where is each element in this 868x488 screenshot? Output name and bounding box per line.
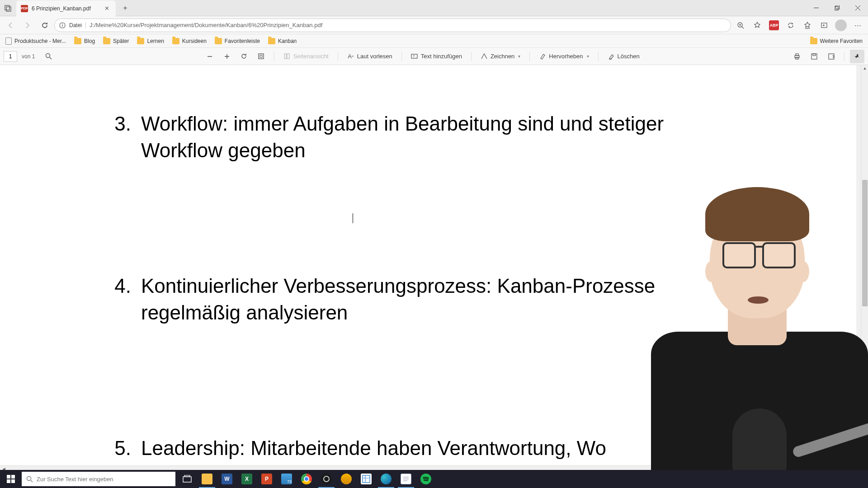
nav-refresh-button[interactable] [37,18,52,33]
search-placeholder: Zur Suche Text hier eingeben [37,476,113,483]
fit-page-button[interactable] [254,50,269,63]
tab-actions-icon[interactable] [0,0,16,16]
bookmark-item[interactable]: Produktsuche - Mer... [2,35,70,47]
save-button[interactable] [807,50,821,63]
highlight-button[interactable]: Hervorheben▾ [535,51,592,62]
page-number-input[interactable] [4,51,17,62]
svg-rect-32 [796,57,798,59]
bookmark-item[interactable]: Blog [71,35,99,47]
save-as-button[interactable] [824,50,839,63]
edge-icon[interactable] [376,470,396,488]
folder-icon [810,38,817,44]
new-tab-button[interactable]: + [118,1,132,15]
folder-icon [268,38,275,44]
list-item-4: 4. Kontinuierlicher Verbesserungsprozess… [108,272,748,326]
browser-tab[interactable]: PDF 6 Prinzipien_Kanban.pdf ✕ [16,0,116,17]
read-aloud-button[interactable]: A»Laut vorlesen [344,51,396,62]
obs-icon[interactable] [316,470,336,488]
bookmarks-bar: Produktsuche - Mer... Blog Später Lernen… [0,34,868,48]
folder-icon [172,38,179,44]
read-aloud-icon: A» [347,53,354,60]
url-text: J:/Meine%20Kurse/Projektmanagement/Dokum… [90,22,726,28]
window-close-button[interactable] [847,0,868,16]
rotate-button[interactable] [237,50,251,63]
erase-button[interactable]: Löschen [604,51,643,62]
bookmark-item[interactable]: Lernen [133,35,167,47]
powerpoint-icon[interactable]: P [257,470,277,488]
zoom-indicator-icon[interactable] [733,18,748,33]
bookmark-item[interactable]: Favoritenleiste [211,35,264,47]
weather-icon[interactable]: 73 [277,470,297,488]
svg-rect-0 [5,5,9,10]
scrollbar-thumb[interactable] [862,180,868,306]
tab-close-button[interactable]: ✕ [103,4,111,13]
bookmark-label: Produktsuche - Mer... [14,38,66,44]
profile-avatar[interactable] [833,18,849,33]
bookmarks-overflow-button[interactable]: Weitere Favoriten [807,35,866,47]
taskbar-search[interactable]: Zur Suche Text hier eingeben [22,472,175,486]
svg-text:T: T [413,54,415,58]
window-minimize-button[interactable] [806,0,826,16]
svg-point-18 [46,54,50,58]
spotify-icon[interactable] [416,470,436,488]
read-aloud-label: Laut vorlesen [357,53,392,60]
draw-button[interactable]: Zeichnen▾ [477,51,524,62]
app-icon-2[interactable] [356,470,376,488]
word-icon[interactable]: W [217,470,237,488]
favorites-button[interactable] [800,18,815,33]
file-explorer-icon[interactable] [197,470,217,488]
svg-rect-33 [811,54,817,59]
draw-icon [481,53,488,60]
svg-rect-40 [363,475,370,483]
excel-icon[interactable]: X [237,470,257,488]
bookmark-item[interactable]: Kanban [264,35,300,47]
nav-forward-button[interactable] [20,18,35,33]
svg-point-9 [62,23,63,24]
scroll-up-arrow[interactable]: ▲ [861,65,868,71]
page-view-icon [283,53,291,60]
add-text-button[interactable]: TText hinzufügen [407,51,466,62]
list-item-3: 3. Workflow: immer Aufgaben in Bearbeitu… [108,110,748,164]
zoom-out-button[interactable] [203,50,217,63]
svg-rect-24 [260,55,262,57]
url-field[interactable]: Datei J:/Meine%20Kurse/Projektmanagement… [54,19,731,32]
window-maximize-button[interactable] [826,0,847,16]
folder-icon [74,38,81,44]
scroll-down-arrow[interactable]: ▼ [861,459,868,465]
chrome-icon[interactable] [297,470,316,488]
folder-icon [137,38,144,44]
vertical-scrollbar[interactable]: ▲ ▼ [861,65,868,465]
print-button[interactable] [790,50,804,63]
svg-rect-38 [183,477,191,482]
highlight-label: Hervorheben [549,53,583,60]
more-menu-button[interactable]: ⋯ [850,18,865,33]
bookmark-item[interactable]: Später [99,35,132,47]
find-button[interactable] [41,50,56,63]
bookmark-label: Kanban [278,38,297,44]
text-cursor [353,213,353,223]
start-button[interactable] [0,470,22,488]
favorites-star-icon[interactable] [750,18,765,33]
app-icon-1[interactable] [336,470,356,488]
svg-rect-4 [835,5,839,9]
bookmark-label: Kursideen [182,38,207,44]
zoom-in-button[interactable] [220,50,234,63]
pdf-page[interactable]: 3. Workflow: immer Aufgaben in Bearbeitu… [0,65,856,472]
svg-rect-23 [259,54,264,59]
bookmark-label: Lernen [147,38,164,44]
page-view-button[interactable]: Seitenansicht [280,51,332,62]
page-icon [5,38,12,45]
list-number: 5. [108,435,131,461]
windows-taskbar: Zur Suche Text hier eingeben W X P 73 [0,470,868,488]
sync-icon[interactable] [783,18,798,33]
add-text-icon: T [411,53,418,60]
add-text-label: Text hinzufügen [421,53,462,60]
bookmark-item[interactable]: Kursideen [169,35,210,47]
collections-icon[interactable] [816,18,832,33]
abp-extension-icon[interactable]: ABP [766,18,782,33]
nav-back-button[interactable] [3,18,18,33]
svg-rect-35 [829,54,834,59]
notepad-icon[interactable] [396,470,416,488]
task-view-button[interactable] [177,470,197,488]
pin-toolbar-button[interactable] [850,50,864,63]
